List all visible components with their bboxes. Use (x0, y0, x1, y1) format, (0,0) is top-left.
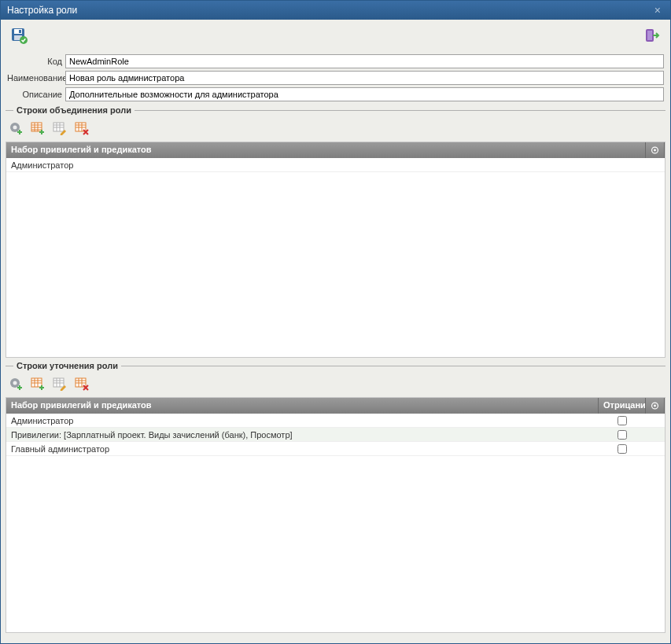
cell-neg (599, 416, 646, 425)
desc-label: Описание (7, 90, 65, 99)
union-section: Строки объединения роли (6, 105, 665, 358)
cell-name: Привилегии: [Зарплатный проект. Виды зач… (6, 430, 599, 440)
union-grid-body[interactable]: Администратор (6, 158, 665, 357)
gear-icon[interactable] (646, 398, 665, 414)
refine-toolbar (6, 372, 665, 397)
svg-point-30 (654, 149, 656, 152)
table-row[interactable]: Администратор (6, 414, 665, 428)
svg-rect-41 (41, 385, 42, 390)
table-row[interactable]: Привилегии: [Зарплатный проект. Виды зач… (6, 428, 665, 442)
gear-icon[interactable] (646, 142, 665, 158)
refine-col-name[interactable]: Набор привилегий и предикатов (6, 398, 599, 414)
gear-add-button[interactable] (7, 120, 24, 137)
grid-add-button[interactable] (29, 120, 46, 137)
svg-rect-34 (19, 385, 20, 390)
close-icon[interactable]: × (651, 4, 664, 17)
refine-legend: Строки уточнения роли (17, 361, 118, 370)
code-label: Код (7, 57, 65, 66)
neg-checkbox[interactable] (618, 444, 627, 454)
exit-button[interactable] (642, 25, 662, 46)
gear-add-button[interactable] (7, 375, 24, 392)
main-toolbar (1, 20, 670, 51)
svg-rect-3 (19, 30, 21, 33)
cell-name: Администратор (6, 416, 599, 425)
svg-point-53 (654, 405, 656, 407)
code-input[interactable] (65, 54, 664, 68)
refine-col-neg[interactable]: Отрицани (599, 398, 646, 414)
cell-name: Администратор (6, 160, 665, 170)
neg-checkbox[interactable] (618, 416, 627, 425)
union-grid-header: Набор привилегий и предикатов (6, 142, 665, 158)
refine-section: Строки уточнения роли (6, 361, 665, 633)
refine-grid-header: Набор привилегий и предикатов Отрицани (6, 398, 665, 414)
svg-point-32 (13, 381, 17, 385)
window-title: Настройка роли (7, 5, 77, 16)
cell-neg (599, 430, 646, 440)
refine-grid: Набор привилегий и предикатов Отрицани А… (6, 397, 665, 633)
grid-edit-button[interactable] (51, 375, 68, 392)
union-grid: Набор привилегий и предикатов Администра… (6, 142, 665, 358)
name-input[interactable] (65, 71, 664, 85)
union-col-name[interactable]: Набор привилегий и предикатов (6, 142, 646, 158)
union-toolbar (6, 116, 665, 142)
svg-rect-18 (41, 130, 42, 134)
save-button[interactable] (9, 25, 29, 46)
role-settings-window: Настройка роли × (0, 0, 671, 644)
grid-edit-button[interactable] (51, 120, 68, 137)
refine-grid-body[interactable]: АдминистраторПривилегии: [Зарплатный про… (6, 414, 665, 632)
cell-name: Главный администратор (6, 444, 599, 454)
form-area: Код Наименование Описание (1, 51, 670, 105)
neg-checkbox[interactable] (618, 430, 627, 440)
name-label: Наименование (7, 73, 65, 83)
cell-neg (599, 444, 646, 454)
grid-add-button[interactable] (29, 375, 46, 392)
titlebar: Настройка роли × (1, 1, 670, 20)
grid-delete-button[interactable] (73, 375, 90, 392)
table-row[interactable]: Главный администратор (6, 442, 665, 456)
union-legend: Строки объединения роли (17, 105, 131, 115)
grid-delete-button[interactable] (73, 120, 90, 137)
table-row[interactable]: Администратор (6, 158, 665, 172)
svg-rect-10 (19, 130, 20, 134)
svg-rect-6 (647, 31, 652, 40)
desc-input[interactable] (65, 87, 664, 101)
svg-point-8 (13, 126, 17, 130)
